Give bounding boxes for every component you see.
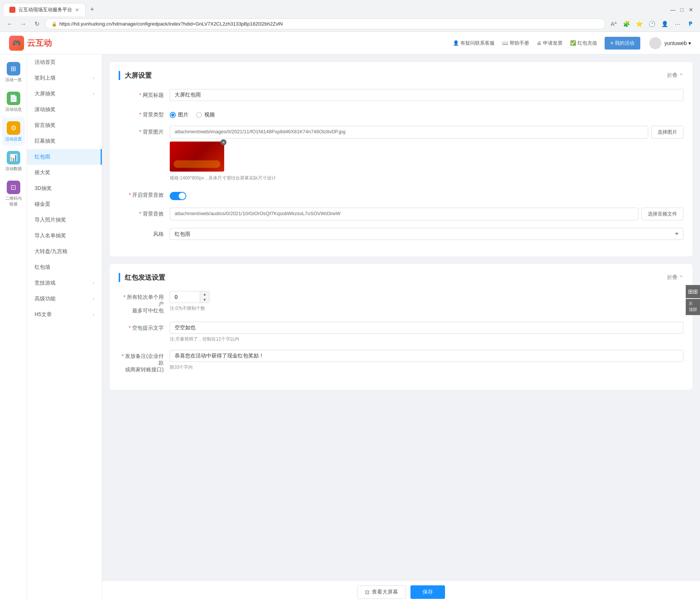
sidebar-item-turntable[interactable]: 大转盘/九宫格 [27, 244, 102, 259]
empty-hint-input[interactable]: 空空如也 [170, 322, 683, 334]
recharge-icon: ✅ [570, 40, 576, 46]
send-settings-header: 红包发送设置 折叠 ⌃ [119, 273, 683, 282]
tab-favicon [9, 7, 15, 13]
sidebar-item-signin[interactable]: 签到上墙 › [27, 70, 102, 86]
header-nav-recharge[interactable]: ✅ 红包充值 [570, 40, 597, 47]
sidebar-item-scroll-lottery[interactable]: 滚动抽奖 [27, 102, 102, 118]
bg-image-select-btn[interactable]: 选择图片 [651, 126, 683, 139]
invoice-label: 申请发票 [543, 40, 563, 47]
sidebar-item-photo-lottery[interactable]: 导入照片抽奖 [27, 212, 102, 228]
sidebar-item-screen-lottery[interactable]: 大屏抽奖 › [27, 86, 102, 102]
nav-activity-settings[interactable]: ⚙ 活动设置 [2, 118, 25, 146]
screen-settings-fold-btn[interactable]: 折叠 ⌃ [667, 72, 683, 79]
back-btn[interactable]: ← [5, 19, 15, 29]
sidebar-item-name-lottery[interactable]: 导入名单抽奖 [27, 228, 102, 244]
help-label: 帮助手册 [510, 40, 529, 47]
remark-input[interactable]: 恭喜您在活动中获得了现金红包奖励！ [170, 350, 683, 362]
sidebar-item-esport[interactable]: 竞技游戏 › [27, 275, 102, 291]
sidebar-item-golden-egg[interactable]: 碰金蛋 [27, 196, 102, 212]
empty-hint-row: 空包提示文字 空空如也 注:尽量简明了，控制在12个字以内 [119, 322, 683, 342]
sidebar-item-red-packet[interactable]: 红包雨 [27, 149, 102, 165]
style-select[interactable]: 红包雨 [170, 228, 683, 240]
save-btn[interactable]: 保存 [410, 585, 445, 599]
activity-info-label: 活动信息 [5, 107, 22, 112]
bg-image-row: 背景图片 attachment/web/images/0/2021/11/fO1… [119, 126, 683, 181]
number-up-btn[interactable]: ▲ [200, 291, 209, 297]
max-per-user-input[interactable] [170, 291, 200, 303]
new-tab-btn[interactable]: + [87, 4, 97, 15]
number-arrows: ▲ ▼ [200, 291, 210, 303]
user-name: yuntuweb ▾ [664, 40, 691, 46]
sidebar-item-advanced[interactable]: 高级功能 › [27, 291, 102, 307]
style-control: 红包雨 [170, 228, 683, 240]
support-icon: 👤 [453, 40, 459, 46]
send-settings-fold-btn[interactable]: 折叠 ⌃ [667, 274, 683, 281]
number-down-btn[interactable]: ▼ [200, 297, 209, 303]
history-icon[interactable]: 🕐 [647, 19, 657, 29]
sidebar-item-giant-lottery[interactable]: 巨幕抽奖 [27, 133, 102, 149]
sidebar-item-shake[interactable]: 摇大奖 [27, 165, 102, 181]
bg-audio-toggle[interactable] [170, 192, 186, 200]
bottom-bar: ⊡ 查看大屏幕 保存 [102, 580, 700, 600]
left-nav: ⊞ 活动一览 📄 活动信息 ⚙ 活动设置 📊 活动数据 ⊡ 二维码与链接 [0, 54, 27, 600]
bg-type-image-radio[interactable]: 图片 [170, 112, 189, 118]
send-fold-label: 折叠 [667, 274, 677, 281]
nav-qrcode[interactable]: ⊡ 二维码与链接 [2, 177, 25, 211]
my-activity-label: 我的活动 [615, 40, 634, 47]
extension-icon[interactable]: 🧩 [621, 19, 632, 29]
page-title-input[interactable]: 大屏红包雨 [170, 89, 683, 101]
max-per-user-input-wrap: ▲ ▼ [170, 291, 215, 303]
header-nav-support[interactable]: 👤 有疑问联系客服 [453, 40, 495, 47]
max-per-user-row: 所有轮次单个用户最多可中红包 ▲ ▼ 注:0为不限制个数 [119, 291, 683, 314]
window-close-btn[interactable]: ✕ [688, 7, 694, 13]
browser-tab[interactable]: 云互动现场互动服务平台 ✕ [3, 3, 86, 16]
sidebar-item-home[interactable]: 活动首页 [27, 54, 102, 70]
bg-image-control: attachment/web/images/0/2021/11/fO1Nt148… [170, 126, 683, 181]
my-activity-btn[interactable]: ≡ 我的活动 [605, 37, 641, 50]
bg-audio-label: 背景音效 [119, 208, 164, 217]
sidebar-item-red-wall[interactable]: 红包墙 [27, 259, 102, 275]
nav-activity-info[interactable]: 📄 活动信息 [2, 88, 25, 116]
remark-row: 发放备注(企业付款或商家转账接口) 恭喜您在活动中获得了现金红包奖励！ 限33个… [119, 350, 683, 373]
edge-icon[interactable]: Ᵽ [685, 19, 695, 29]
bg-type-radio-group: 图片 视频 [170, 109, 683, 118]
float-grid-btn[interactable]: ⊞⊞ [686, 285, 700, 298]
nav-activity-data[interactable]: 📊 活动数据 [2, 147, 25, 175]
bookmark-icon[interactable]: ⭐ [634, 19, 644, 29]
reload-btn[interactable]: ↻ [32, 19, 42, 29]
send-settings-card: 红包发送设置 折叠 ⌃ 所有轮次单个用户最多可中红包 [110, 264, 692, 390]
activity-data-label: 活动数据 [5, 166, 22, 172]
account-icon[interactable]: 👤 [659, 19, 670, 29]
style-label: 风格 [119, 228, 164, 238]
sidebar-item-3d[interactable]: 3D抽奖 [27, 181, 102, 196]
floating-btns: ⊞⊞ 不顶部 [686, 285, 700, 315]
send-fold-icon: ⌃ [679, 274, 683, 280]
forward-btn[interactable]: → [18, 19, 29, 29]
screen-settings-title: 大屏设置 [125, 71, 152, 80]
sidebar-item-h5[interactable]: H5文章 › [27, 307, 102, 323]
app-header: 🎮 云互动 👤 有疑问联系客服 📖 帮助手册 🖨 申请发票 ✅ 红包充值 ≡ [0, 32, 700, 54]
window-minimize-btn[interactable]: — [670, 7, 676, 13]
max-per-user-label: 所有轮次单个用户最多可中红包 [119, 291, 164, 314]
float-top-btn[interactable]: 不顶部 [686, 299, 700, 315]
address-bar[interactable]: 🔒 https://hd.yunhudong.cn/hdmanage/confi… [45, 18, 605, 29]
header-nav-help[interactable]: 📖 帮助手册 [502, 40, 529, 47]
video-radio-circle [196, 112, 202, 118]
view-screen-btn[interactable]: ⊡ 查看大屏幕 [357, 585, 406, 599]
profile-icon[interactable]: Aᴬ [608, 19, 619, 29]
page-title-label: 网页标题 [119, 89, 164, 99]
image-radio-circle [170, 112, 176, 118]
header-nav-invoice[interactable]: 🖨 申请发票 [537, 40, 563, 47]
window-maximize-btn[interactable]: □ [679, 7, 685, 13]
url-text: https://hd.yunhudong.cn/hdmanage/configr… [59, 21, 599, 27]
send-settings-title: 红包发送设置 [125, 273, 165, 282]
sidebar-item-message-lottery[interactable]: 留言抽奖 [27, 118, 102, 133]
nav-activity-list[interactable]: ⊞ 活动一览 [2, 58, 25, 86]
menu-icon[interactable]: ⋯ [672, 19, 683, 29]
bg-type-video-radio[interactable]: 视频 [196, 112, 215, 118]
bg-image-remove-btn[interactable]: ✕ [220, 139, 226, 145]
user-menu[interactable]: yuntuweb ▾ [649, 37, 691, 49]
empty-hint-control: 空空如也 注:尽量简明了，控制在12个字以内 [170, 322, 683, 342]
bg-audio-select-btn[interactable]: 选择音频文件 [641, 208, 683, 220]
tab-close-btn[interactable]: ✕ [75, 7, 79, 13]
